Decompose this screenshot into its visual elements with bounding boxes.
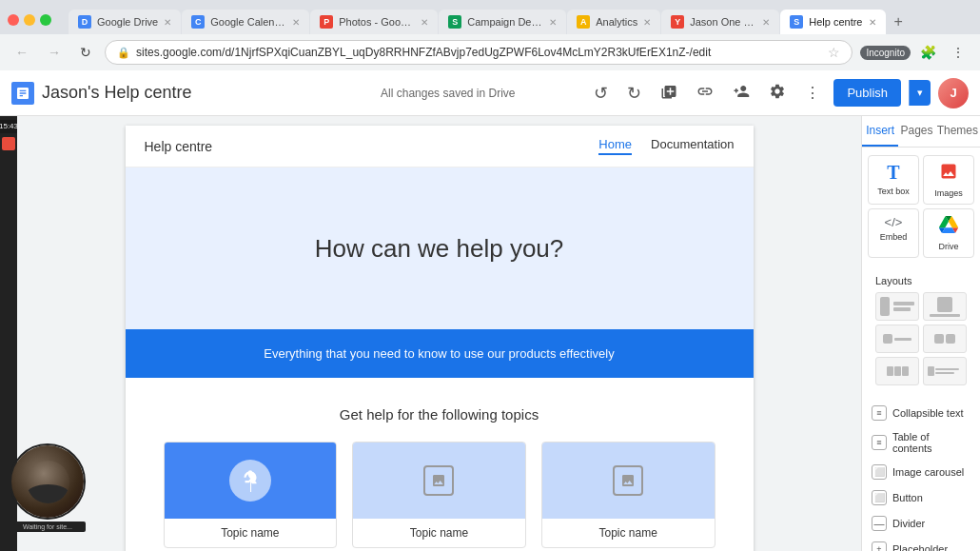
window-controls[interactable] bbox=[8, 14, 51, 26]
button-icon: ⬜ bbox=[872, 490, 887, 505]
topics-section: Get help for the following topics bbox=[126, 378, 754, 551]
tab-close-icon[interactable]: ✕ bbox=[643, 17, 651, 28]
hero-title: How can we help you? bbox=[315, 234, 564, 264]
insert-text-box[interactable]: T Text box bbox=[868, 155, 919, 205]
link-button[interactable] bbox=[691, 77, 719, 109]
topic-card-image-2 bbox=[353, 443, 525, 519]
main-area: 15:43 Help centre Home Documentation How… bbox=[0, 116, 980, 551]
layout-5[interactable] bbox=[875, 357, 919, 385]
tab-close-icon[interactable]: ✕ bbox=[421, 17, 428, 28]
insert-images[interactable]: Images bbox=[923, 155, 974, 205]
tab-close-icon[interactable]: ✕ bbox=[292, 17, 300, 28]
feature-carousel[interactable]: ⬜ Image carousel bbox=[868, 460, 974, 484]
tab-analytics[interactable]: A Analytics ✕ bbox=[567, 10, 660, 34]
tab-close-icon[interactable]: ✕ bbox=[549, 17, 557, 28]
minimize-button[interactable] bbox=[24, 14, 35, 26]
site-nav: Help centre Home Documentation bbox=[126, 126, 754, 167]
tab-themes[interactable]: Themes bbox=[935, 116, 980, 147]
user-avatar[interactable]: J bbox=[938, 78, 969, 108]
feature-placeholder[interactable]: + Placeholder bbox=[868, 537, 974, 551]
nav-link-home[interactable]: Home bbox=[598, 137, 632, 155]
insert-embed[interactable]: </> Embed bbox=[868, 208, 919, 258]
nav-link-documentation[interactable]: Documentation bbox=[651, 137, 734, 155]
lock-icon: 🔒 bbox=[117, 47, 130, 59]
feature-collapsible-text[interactable]: ≡ Collapsible text bbox=[868, 401, 974, 425]
carousel-icon: ⬜ bbox=[872, 464, 887, 480]
tab-insert[interactable]: Insert bbox=[862, 116, 898, 147]
feature-list: ≡ Collapsible text ≡ Table of contents ⬜… bbox=[868, 401, 974, 551]
tab-campaign[interactable]: S Campaign Details - 645-453 -... ✕ bbox=[439, 10, 566, 34]
layout-2[interactable] bbox=[923, 292, 967, 321]
preview-button[interactable] bbox=[655, 77, 683, 109]
drive-label: Drive bbox=[938, 242, 958, 251]
toolbar-actions: ↺ ↻ ⋮ Publish ▾ J bbox=[588, 77, 969, 109]
hero-section: How can we help you? bbox=[126, 167, 754, 329]
reload-button[interactable]: ↻ bbox=[74, 41, 97, 64]
tab-youtube[interactable]: Y Jason One - YouTube ✕ bbox=[661, 10, 779, 34]
blue-banner: Everything that you need to know to use … bbox=[126, 329, 754, 378]
layout-4[interactable] bbox=[923, 325, 967, 353]
browser-tabs: D Google Drive ✕ C Google Calendar - Wee… bbox=[61, 10, 972, 34]
feature-label: Divider bbox=[892, 518, 925, 529]
divider-icon: — bbox=[872, 516, 887, 531]
maximize-button[interactable] bbox=[40, 14, 51, 26]
layout-3[interactable] bbox=[875, 325, 919, 353]
tab-close-icon[interactable]: ✕ bbox=[869, 17, 876, 28]
extensions-button[interactable]: 🧩 bbox=[914, 41, 942, 64]
feature-toc[interactable]: ≡ Table of contents bbox=[868, 426, 974, 459]
image-icon-2 bbox=[613, 465, 643, 496]
topics-grid: Topic name Topic name bbox=[164, 442, 715, 548]
publish-button[interactable]: Publish bbox=[833, 79, 901, 107]
feature-button[interactable]: ⬜ Button bbox=[868, 485, 974, 510]
feature-label: Button bbox=[892, 492, 923, 503]
app-toolbar: Jason's Help centre All changes saved in… bbox=[0, 70, 980, 116]
feature-label: Collapsible text bbox=[892, 407, 964, 419]
new-tab-button[interactable]: + bbox=[887, 10, 911, 34]
more-menu-button[interactable]: ⋮ bbox=[799, 78, 826, 108]
tab-close-icon[interactable]: ✕ bbox=[164, 17, 171, 28]
redo-button[interactable]: ↻ bbox=[621, 77, 647, 109]
topic-label-1: Topic name bbox=[165, 519, 337, 547]
star-icon[interactable]: ☆ bbox=[828, 45, 840, 60]
tab-pages[interactable]: Pages bbox=[898, 116, 934, 147]
settings-button[interactable] bbox=[763, 77, 792, 109]
topic-card-image-1 bbox=[165, 443, 337, 519]
tab-close-icon[interactable]: ✕ bbox=[762, 17, 770, 28]
topic-label-3: Topic name bbox=[542, 519, 715, 547]
back-button[interactable]: ← bbox=[10, 41, 34, 64]
tab-google-drive[interactable]: D Google Drive ✕ bbox=[69, 10, 181, 34]
site-nav-links: Home Documentation bbox=[598, 137, 734, 155]
incognito-badge: Incognito bbox=[860, 46, 911, 60]
address-bar[interactable]: 🔒 sites.google.com/d/1NjrfSPXqiCuanZBYL_… bbox=[105, 40, 853, 65]
feature-label: Table of contents bbox=[892, 431, 970, 454]
publish-dropdown-button[interactable]: ▾ bbox=[909, 80, 931, 106]
topic-card-3[interactable]: Topic name bbox=[541, 442, 715, 548]
close-button[interactable] bbox=[8, 14, 19, 26]
toc-icon: ≡ bbox=[872, 435, 887, 450]
tab-help-centre[interactable]: S Help centre ✕ bbox=[780, 10, 885, 34]
topic-card-2[interactable]: Topic name bbox=[352, 442, 526, 548]
tab-photos[interactable]: P Photos - Google Photos ✕ bbox=[310, 10, 438, 34]
forward-button[interactable]: → bbox=[42, 41, 67, 64]
tab-calendar[interactable]: C Google Calendar - Week of 31... ✕ bbox=[182, 10, 309, 34]
feature-divider[interactable]: — Divider bbox=[868, 511, 974, 536]
more-options-button[interactable]: ⋮ bbox=[946, 41, 970, 64]
loading-text: Waiting for site... bbox=[23, 523, 72, 530]
layout-6[interactable] bbox=[923, 357, 967, 385]
sites-logo bbox=[11, 82, 34, 105]
images-label: Images bbox=[934, 188, 963, 198]
feature-label: Image carousel bbox=[892, 466, 964, 478]
page-preview-area[interactable]: Help centre Home Documentation How can w… bbox=[17, 116, 861, 551]
layout-1[interactable] bbox=[875, 292, 919, 321]
insert-drive[interactable]: Drive bbox=[923, 208, 974, 258]
address-text: sites.google.com/d/1NjrfSPXqiCuanZBYL_uq… bbox=[136, 46, 822, 59]
browser-navbar: ← → ↻ 🔒 sites.google.com/d/1NjrfSPXqiCua… bbox=[0, 34, 980, 70]
undo-button[interactable]: ↺ bbox=[588, 77, 614, 109]
topic-card-1[interactable]: Topic name bbox=[164, 442, 338, 548]
right-panel: Insert Pages Themes T Text box Ima bbox=[861, 116, 980, 551]
embed-label: Embed bbox=[880, 232, 908, 242]
drive-icon bbox=[939, 215, 958, 239]
add-person-button[interactable] bbox=[727, 77, 755, 109]
panel-tabs: Insert Pages Themes bbox=[862, 116, 980, 148]
topic-card-image-3 bbox=[542, 443, 715, 519]
